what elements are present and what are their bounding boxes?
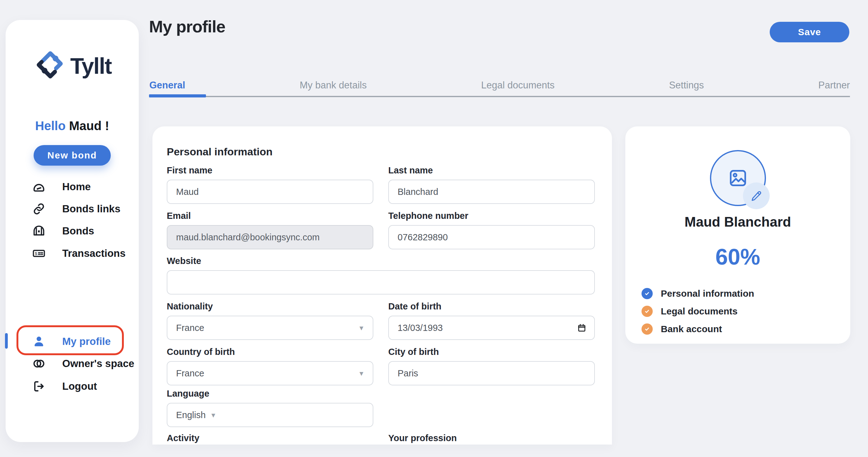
phone-label: Telephone number bbox=[388, 211, 595, 221]
completion-checklist: Personal information Legal documents Ban… bbox=[642, 288, 754, 341]
completion-percentage: 60% bbox=[625, 244, 850, 269]
tab-partner[interactable]: Partner bbox=[818, 80, 850, 91]
tab-bar: General My bank details Legal documents … bbox=[149, 80, 850, 91]
person-icon bbox=[32, 334, 46, 349]
sidebar-item-label: Bonds links bbox=[62, 203, 120, 215]
nationality-label: Nationality bbox=[167, 301, 373, 312]
dob-field[interactable]: 13/03/1993 bbox=[388, 316, 595, 340]
tab-active-underline bbox=[149, 94, 206, 97]
edit-avatar-button[interactable] bbox=[743, 182, 770, 209]
tab-track bbox=[149, 96, 850, 97]
activity-group: Activity bbox=[167, 433, 373, 445]
tab-my-bank-details[interactable]: My bank details bbox=[300, 80, 367, 91]
tab-general[interactable]: General bbox=[149, 80, 185, 91]
svg-text:$: $ bbox=[35, 251, 37, 256]
first-name-label: First name bbox=[167, 165, 373, 176]
sidebar-item-transactions[interactable]: $ Transactions bbox=[32, 244, 126, 263]
sidebar-item-label: Owner's space bbox=[62, 358, 134, 370]
sidebar-item-bonds[interactable]: Bonds bbox=[32, 221, 94, 240]
gauge-icon bbox=[32, 180, 46, 194]
profile-name: Maud Blanchard bbox=[625, 214, 850, 230]
sidebar: Tyllt Hello Maud ! New bond Home Bonds l… bbox=[6, 20, 139, 442]
sidebar-item-home[interactable]: Home bbox=[32, 177, 91, 196]
country-of-birth-select[interactable]: France ▼ bbox=[167, 361, 373, 385]
dropdown-arrow-icon: ▼ bbox=[210, 412, 217, 419]
checklist-item-label: Legal documents bbox=[661, 306, 738, 317]
website-field[interactable] bbox=[167, 270, 595, 294]
country-of-birth-value: France bbox=[176, 368, 204, 378]
tab-legal-documents[interactable]: Legal documents bbox=[481, 80, 555, 91]
city-of-birth-group: City of birth bbox=[388, 347, 595, 385]
circles-icon bbox=[32, 356, 46, 371]
language-select[interactable]: English ▼ bbox=[167, 403, 373, 427]
checklist-item-bank-account: Bank account bbox=[642, 323, 754, 335]
nationality-select[interactable]: France ▼ bbox=[167, 316, 373, 340]
brand-name: Tyllt bbox=[70, 53, 112, 79]
sidebar-item-label: Logout bbox=[62, 380, 97, 392]
new-bond-button[interactable]: New bond bbox=[34, 145, 111, 166]
dob-group: Date of birth 13/03/1993 bbox=[388, 301, 595, 340]
save-button[interactable]: Save bbox=[770, 22, 849, 42]
pencil-icon bbox=[750, 190, 763, 202]
last-name-field[interactable] bbox=[388, 180, 595, 204]
checklist-item-legal-documents: Legal documents bbox=[642, 306, 754, 317]
logout-icon bbox=[32, 379, 46, 394]
sidebar-item-label: Home bbox=[62, 181, 91, 193]
check-icon bbox=[642, 323, 653, 335]
city-of-birth-field[interactable] bbox=[388, 361, 595, 385]
email-field bbox=[167, 225, 373, 249]
country-of-birth-group: Country of birth France ▼ bbox=[167, 347, 373, 385]
checklist-item-personal-information: Personal information bbox=[642, 288, 754, 299]
dropdown-arrow-icon: ▼ bbox=[358, 325, 365, 331]
nationality-value: France bbox=[176, 323, 204, 333]
city-of-birth-label: City of birth bbox=[388, 347, 595, 357]
email-group: Email bbox=[167, 211, 373, 249]
checklist-item-label: Personal information bbox=[661, 288, 754, 299]
sidebar-item-my-profile[interactable]: My profile bbox=[32, 332, 111, 351]
tab-settings[interactable]: Settings bbox=[669, 80, 704, 91]
greeting-hello: Hello bbox=[35, 119, 66, 133]
greeting-name: Maud ! bbox=[69, 119, 109, 133]
nationality-group: Nationality France ▼ bbox=[167, 301, 373, 340]
tyllt-diamond-icon bbox=[33, 50, 65, 82]
chest-icon bbox=[32, 224, 46, 238]
app-root: { "colors": { "primary": "#3d76d7", "ora… bbox=[0, 0, 868, 457]
link-icon bbox=[32, 202, 46, 216]
website-group: Website bbox=[167, 256, 595, 294]
language-value: English bbox=[176, 410, 206, 420]
activity-label: Activity bbox=[167, 433, 373, 443]
calendar-icon[interactable] bbox=[577, 323, 587, 333]
first-name-field[interactable] bbox=[167, 180, 373, 204]
language-label: Language bbox=[167, 389, 373, 399]
sidebar-item-label: Transactions bbox=[62, 248, 126, 259]
active-indicator bbox=[5, 333, 8, 349]
checklist-item-label: Bank account bbox=[661, 324, 722, 334]
personal-information-card: Personal information First name Last nam… bbox=[152, 126, 612, 445]
dob-label: Date of birth bbox=[388, 301, 595, 312]
profile-completion-card: Maud Blanchard 60% Personal information … bbox=[625, 126, 850, 344]
cheque-icon: $ bbox=[32, 246, 46, 261]
image-icon bbox=[728, 168, 748, 188]
dob-value: 13/03/1993 bbox=[398, 323, 443, 333]
email-label: Email bbox=[167, 211, 373, 221]
dropdown-arrow-icon: ▼ bbox=[358, 370, 365, 377]
profession-label: Your profession bbox=[388, 433, 595, 443]
sidebar-item-bonds-links[interactable]: Bonds links bbox=[32, 199, 120, 219]
check-icon bbox=[642, 288, 653, 299]
sidebar-item-label: My profile bbox=[62, 336, 111, 347]
country-of-birth-label: Country of birth bbox=[167, 347, 373, 357]
check-icon bbox=[642, 306, 653, 317]
sidebar-item-label: Bonds bbox=[62, 225, 94, 237]
first-name-group: First name bbox=[167, 165, 373, 204]
greeting: Hello Maud ! bbox=[6, 119, 139, 133]
website-label: Website bbox=[167, 256, 595, 266]
language-group: Language English ▼ bbox=[167, 389, 373, 427]
last-name-label: Last name bbox=[388, 165, 595, 176]
phone-group: Telephone number bbox=[388, 211, 595, 249]
phone-field[interactable] bbox=[388, 225, 595, 249]
sidebar-item-logout[interactable]: Logout bbox=[32, 377, 97, 396]
last-name-group: Last name bbox=[388, 165, 595, 204]
brand-logo: Tyllt bbox=[6, 50, 139, 82]
sidebar-item-owners-space[interactable]: Owner's space bbox=[32, 354, 134, 373]
section-title: Personal information bbox=[167, 146, 273, 158]
